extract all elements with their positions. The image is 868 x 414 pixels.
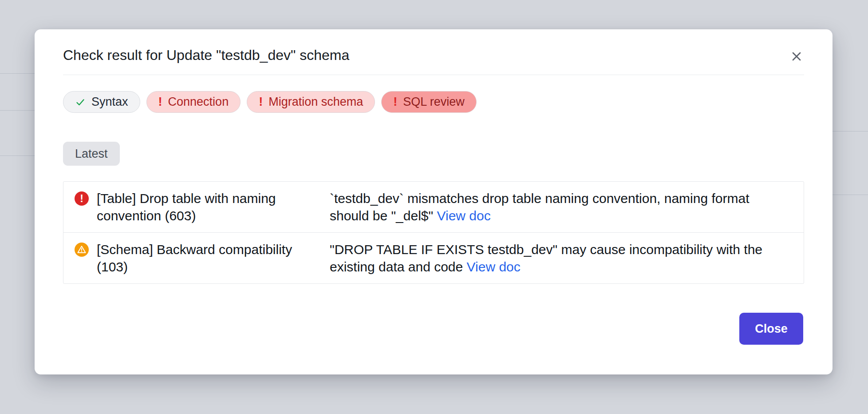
exclamation-icon: !	[259, 95, 263, 109]
exclamation-icon: !	[393, 95, 397, 109]
rule-message: `testdb_dev` mismatches drop table namin…	[330, 190, 773, 224]
background-row-divider	[0, 110, 35, 111]
view-doc-link[interactable]: View doc	[467, 259, 521, 274]
chip-syntax[interactable]: Syntax	[63, 91, 140, 113]
warning-icon	[75, 243, 89, 257]
check-status-chips: Syntax ! Connection ! Migration schema !…	[63, 91, 804, 113]
rule-title: [Schema] Backward compatibility (103)	[97, 241, 319, 275]
result-row-error: ! [Table] Drop table with naming convent…	[63, 182, 804, 232]
background-row-divider	[0, 155, 35, 156]
chip-connection[interactable]: ! Connection	[146, 91, 241, 113]
chip-migration-schema[interactable]: ! Migration schema	[247, 91, 375, 113]
rule-message-text: `testdb_dev` mismatches drop table namin…	[330, 191, 749, 223]
chip-label: Syntax	[91, 95, 128, 109]
page-background: { "dialog": { "title": "Check result for…	[0, 0, 868, 414]
check-result-dialog: Check result for Update "testdb_dev" sch…	[35, 29, 832, 374]
chip-label: Migration schema	[268, 95, 363, 109]
check-results-table: ! [Table] Drop table with naming convent…	[63, 181, 804, 284]
result-row-warning: [Schema] Backward compatibility (103) "D…	[63, 232, 804, 283]
chip-label: Connection	[168, 95, 229, 109]
latest-version-badge: Latest	[63, 142, 120, 166]
rule-message: "DROP TABLE IF EXISTS testdb_dev" may ca…	[330, 241, 773, 275]
chip-sql-review[interactable]: ! SQL review	[381, 91, 477, 113]
check-icon	[75, 97, 86, 107]
close-button[interactable]: Close	[739, 313, 803, 345]
close-icon	[790, 50, 803, 63]
rule-message-text: "DROP TABLE IF EXISTS testdb_dev" may ca…	[330, 242, 762, 274]
warning-triangle-icon	[77, 245, 87, 255]
view-doc-link[interactable]: View doc	[437, 208, 491, 223]
close-dialog-button[interactable]	[788, 48, 805, 65]
background-row-divider	[832, 195, 868, 195]
dialog-header: Check result for Update "testdb_dev" sch…	[35, 29, 832, 62]
exclamation-icon: !	[158, 95, 162, 109]
background-row-divider	[832, 131, 868, 131]
background-row-divider	[0, 73, 35, 74]
header-divider	[63, 75, 804, 75]
chip-label: SQL review	[403, 95, 465, 109]
dialog-title: Check result for Update "testdb_dev" sch…	[63, 48, 804, 62]
error-icon: !	[75, 191, 89, 206]
rule-title: [Table] Drop table with naming conventio…	[97, 190, 319, 224]
